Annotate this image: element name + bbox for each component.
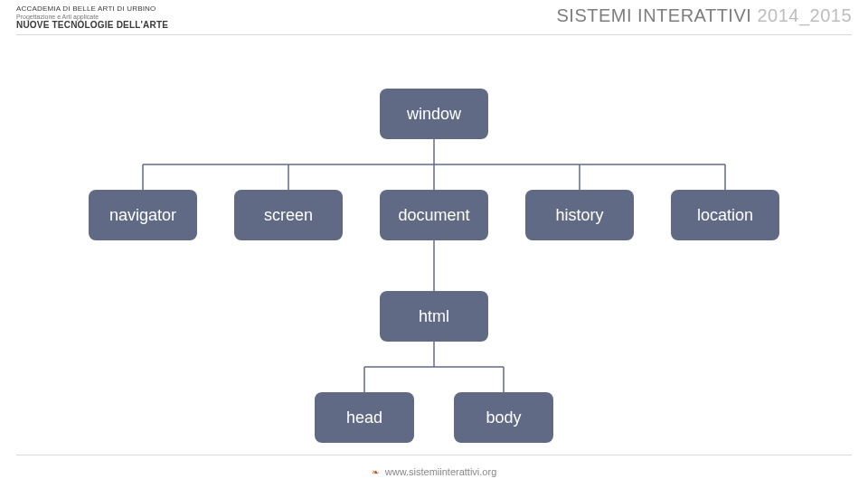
header-right: SISTEMI INTERATTIVI 2014_2015 <box>557 5 852 26</box>
node-navigator: navigator <box>89 190 197 240</box>
course-year: 2014_2015 <box>757 5 852 25</box>
header-rule <box>16 34 852 35</box>
academy-subtitle: Progettazione e Arti applicate <box>16 14 168 21</box>
footer-bullet-icon: ❧ <box>372 467 379 477</box>
node-screen: screen <box>234 190 343 240</box>
slide-footer: ❧ www.sistemiinterattivi.org <box>0 466 868 477</box>
program-name: NUOVE TECNOLOGIE DELL'ARTE <box>16 20 168 30</box>
node-document: document <box>380 190 488 240</box>
node-head: head <box>315 392 414 443</box>
bom-tree-diagram: window navigator screen document history… <box>0 54 868 434</box>
course-name: SISTEMI INTERATTIVI <box>557 5 752 25</box>
node-history: history <box>525 190 634 240</box>
footer-rule <box>16 455 852 455</box>
node-body: body <box>454 392 553 443</box>
node-html: html <box>380 291 488 342</box>
slide-header: ACCADEMIA DI BELLE ARTI DI URBINO Proget… <box>0 0 868 34</box>
node-location: location <box>671 190 779 240</box>
footer-url: www.sistemiinterattivi.org <box>385 466 496 477</box>
header-left: ACCADEMIA DI BELLE ARTI DI URBINO Proget… <box>16 5 168 30</box>
node-window: window <box>380 89 488 139</box>
academy-name: ACCADEMIA DI BELLE ARTI DI URBINO <box>16 5 168 14</box>
